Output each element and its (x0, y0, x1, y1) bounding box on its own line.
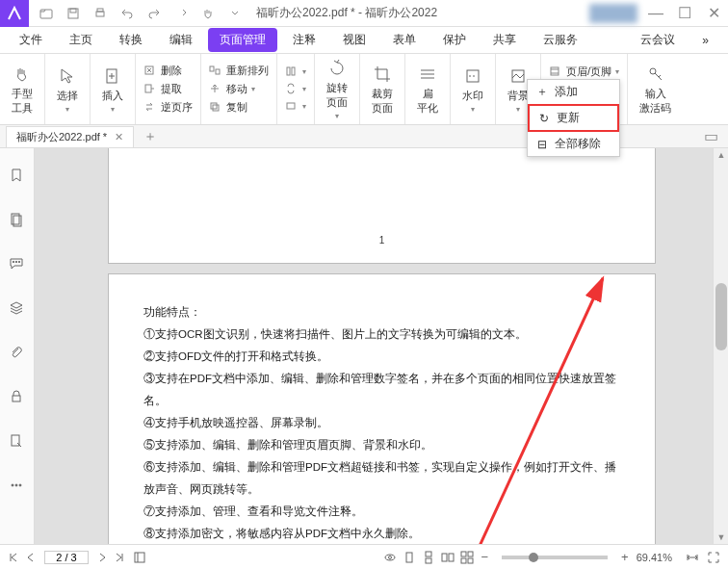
minimize-button[interactable]: — (641, 0, 670, 27)
zoom-out-button[interactable]: − (481, 550, 489, 564)
copy-icon (209, 101, 222, 115)
svg-rect-0 (40, 10, 52, 18)
first-page-icon[interactable] (8, 552, 19, 563)
dropdown-update[interactable]: ↻ 更新 (528, 104, 619, 132)
header-footer-dropdown: ＋ 添加 ↻ 更新 ⊟ 全部移除 (527, 79, 620, 157)
more-icon[interactable] (221, 0, 248, 27)
rotate-button[interactable]: 旋转 页面 ▾ (321, 56, 353, 122)
tab-list-icon[interactable]: ▭ (704, 127, 718, 145)
doc-line: ②支持OFD文件的打开和格式转换。 (143, 346, 620, 368)
attachment-icon[interactable] (9, 345, 26, 362)
activation-button[interactable]: 输入 激活码 (634, 62, 677, 117)
continuous-icon[interactable] (422, 551, 435, 564)
doc-line: ⑥支持添加、编辑、删除和管理PDF文档超链接和书签，实现自定义操作，例如打开文件… (143, 456, 620, 501)
menu-cloud[interactable]: 云服务 (532, 28, 589, 52)
signature-icon[interactable] (9, 433, 26, 451)
overflow-icon[interactable]: » (690, 30, 720, 51)
menu-share[interactable]: 共享 (481, 28, 528, 52)
dropdown-add[interactable]: ＋ 添加 (528, 80, 619, 104)
move-button[interactable]: 移动▾ (207, 81, 271, 97)
hand-icon[interactable] (195, 0, 221, 27)
reverse-icon (143, 101, 157, 115)
dropdown-remove-all[interactable]: ⊟ 全部移除 (528, 132, 619, 156)
last-page-icon[interactable] (114, 552, 125, 563)
open-icon[interactable] (33, 0, 60, 27)
merge-button[interactable]: ▾ (283, 99, 308, 115)
print-icon[interactable] (87, 0, 114, 27)
security-icon[interactable] (9, 389, 26, 406)
window-title: 福昕办公2022.pdf * - 福昕办公2022 (256, 5, 437, 21)
undo-dropdown-icon[interactable] (168, 0, 195, 27)
comment-icon[interactable] (9, 256, 26, 273)
hand-icon (12, 64, 33, 85)
menu-annotate[interactable]: 注释 (281, 28, 327, 52)
rearrange-button[interactable]: 重新排列 (207, 63, 271, 79)
merge-icon (285, 100, 299, 114)
zoom-slider[interactable] (502, 556, 608, 559)
undo-icon[interactable] (114, 0, 141, 27)
more-tools-icon[interactable] (9, 478, 26, 495)
header-footer-label: 页眉/页脚 (566, 65, 611, 79)
replace-button[interactable]: ▾ (283, 82, 308, 97)
pages-icon[interactable] (9, 212, 26, 229)
vertical-scrollbar[interactable]: ▲ ▼ (713, 148, 728, 544)
zoom-slider-knob[interactable] (529, 553, 538, 562)
close-button[interactable]: ✕ (699, 0, 728, 27)
scroll-down-icon[interactable]: ▼ (714, 530, 728, 544)
next-page-icon[interactable] (96, 552, 108, 563)
add-tab-button[interactable]: ＋ (143, 128, 157, 145)
menu-form[interactable]: 表单 (381, 28, 428, 52)
redo-icon[interactable] (141, 0, 168, 27)
facing-icon[interactable] (441, 551, 455, 564)
collapse-sidebar-icon[interactable] (133, 551, 146, 564)
svg-rect-13 (292, 67, 295, 75)
rotate-icon (326, 58, 348, 79)
crop-button[interactable]: 裁剪 页面 (366, 62, 399, 117)
user-avatar-blurred[interactable] (589, 4, 637, 23)
page-2: 功能特点： ①支持OCR图文识别，快速将扫描件、图片上的文字转换为可编辑的文本。… (108, 273, 656, 544)
scrollbar-thumb[interactable] (715, 283, 727, 350)
menu-convert[interactable]: 转换 (108, 28, 154, 52)
header-footer-button[interactable]: 页眉/页脚▾ (547, 64, 621, 80)
bookmark-icon[interactable] (9, 168, 26, 185)
split-button[interactable]: ▾ (283, 65, 308, 80)
page-number-input[interactable] (44, 551, 89, 564)
menu-protect[interactable]: 保护 (431, 28, 478, 52)
insert-button[interactable]: 插入 ▾ (96, 64, 129, 116)
watermark-button[interactable]: 水印 ▾ (456, 64, 489, 116)
menu-page-management[interactable]: 页面管理 (208, 28, 277, 52)
close-tab-icon[interactable]: ✕ (115, 131, 123, 143)
menu-home[interactable]: 主页 (58, 28, 104, 52)
chevron-down-icon: ▾ (65, 105, 69, 114)
layers-icon[interactable] (9, 300, 26, 318)
fullscreen-icon[interactable] (707, 551, 720, 564)
scroll-up-icon[interactable]: ▲ (714, 148, 728, 162)
read-mode-icon[interactable] (383, 551, 397, 564)
extract-button[interactable]: 提取 (142, 81, 195, 97)
flatten-button[interactable]: 扁 平化 (411, 62, 444, 117)
svg-rect-12 (287, 67, 290, 75)
delete-button[interactable]: 删除 (142, 63, 195, 79)
continuous-facing-icon[interactable] (460, 551, 474, 564)
maximize-button[interactable]: ☐ (670, 0, 699, 27)
zoom-in-button[interactable]: + (621, 550, 629, 564)
crop-icon (372, 64, 393, 85)
menu-edit[interactable]: 编辑 (158, 28, 204, 52)
document-tab[interactable]: 福昕办公2022.pdf * ✕ (6, 126, 134, 147)
menu-meeting[interactable]: 云会议 (629, 28, 687, 52)
prev-page-icon[interactable] (25, 552, 37, 563)
copy-button[interactable]: 复制 (207, 99, 271, 116)
reverse-button[interactable]: 逆页序 (142, 99, 195, 116)
menu-view[interactable]: 视图 (331, 28, 377, 52)
doc-line: ①支持OCR图文识别，快速将扫描件、图片上的文字转换为可编辑的文本。 (143, 323, 620, 346)
select-button[interactable]: 选择 ▾ (51, 64, 84, 116)
document-viewport[interactable]: 1 功能特点： ①支持OCR图文识别，快速将扫描件、图片上的文字转换为可编辑的文… (35, 148, 713, 544)
hand-tool-button[interactable]: 手型 工具 (6, 62, 39, 117)
save-icon[interactable] (60, 0, 87, 27)
background-label: 背景 (507, 89, 529, 103)
fit-width-icon[interactable] (686, 551, 699, 564)
svg-rect-11 (213, 105, 219, 111)
menu-file[interactable]: 文件 (8, 28, 54, 52)
single-page-icon[interactable] (403, 551, 416, 564)
doc-line: ④支持手机放映遥控器、屏幕录制。 (143, 412, 620, 434)
